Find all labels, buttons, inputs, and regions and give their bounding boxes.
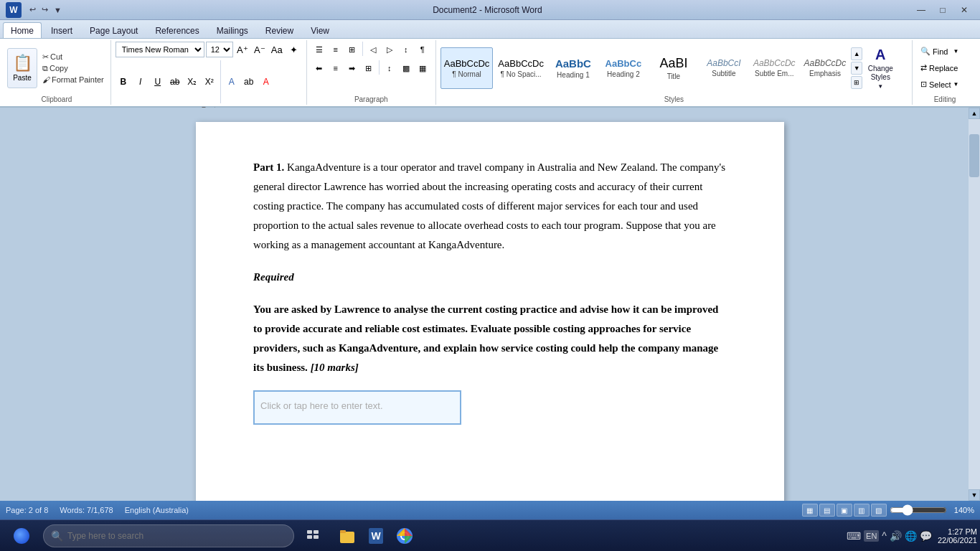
style-subtle-em[interactable]: AaBbCcDc Subtle Em... [750, 47, 799, 89]
style-emphasis[interactable]: AaBbCcDc Emphasis [801, 47, 850, 89]
full-reading-button[interactable]: ▤ [819, 504, 835, 517]
paste-button[interactable]: 📋 Paste [7, 48, 37, 88]
redo-button[interactable]: ↪ [39, 4, 50, 16]
clipboard-group: 📋 Paste ✂ Cut ⧉ Copy 🖌 Format Painter Cl… [3, 40, 111, 105]
copy-button[interactable]: ⧉ Copy [40, 63, 106, 74]
style-no-spacing[interactable]: AaBbCcDc ¶ No Spaci... [494, 47, 547, 89]
align-left-button[interactable]: ⬅ [311, 60, 327, 76]
taskbar-chrome[interactable] [392, 523, 418, 549]
scissors-icon: ✂ [42, 52, 49, 62]
style-heading1-label: Heading 1 [557, 71, 590, 79]
document-page[interactable]: Part 1. KangaAdventure is a tour operato… [196, 122, 784, 501]
styles-more-button[interactable]: ⊞ [851, 76, 862, 89]
clear-formatting-button[interactable]: ✦ [286, 42, 302, 57]
multilevel-list-button[interactable]: ⊞ [344, 42, 360, 57]
increase-font-size-button[interactable]: A⁺ [235, 42, 250, 57]
copy-icon: ⧉ [42, 64, 48, 73]
tab-home[interactable]: Home [3, 22, 42, 38]
strikethrough-button[interactable]: ab [167, 74, 183, 90]
superscript-button[interactable]: X² [202, 74, 217, 90]
tab-insert[interactable]: Insert [43, 22, 80, 38]
network-icon[interactable]: 🌐 [905, 530, 917, 542]
font-size-select[interactable]: 12 10 11 14 [206, 42, 233, 57]
draft-button[interactable]: ▧ [871, 504, 887, 517]
notification-icon[interactable]: 💬 [920, 530, 932, 542]
minimize-button[interactable]: — [911, 3, 931, 17]
styles-scroll-up-button[interactable]: ▲ [851, 47, 862, 60]
zoom-slider[interactable] [890, 504, 947, 516]
language-icon[interactable]: EN [864, 530, 879, 542]
font-name-select[interactable]: Times New Roman Calibri Arial [116, 42, 204, 57]
style-title[interactable]: AaBI Title [649, 47, 698, 89]
taskbar-file-explorer[interactable] [334, 523, 360, 549]
align-center-button[interactable]: ≡ [328, 60, 344, 76]
undo-button[interactable]: ↩ [27, 4, 38, 16]
format-painter-button[interactable]: 🖌 Format Painter [40, 75, 106, 85]
style-heading2[interactable]: AaBbCc Heading 2 [599, 47, 648, 89]
style-heading1[interactable]: AaBbC Heading 1 [549, 47, 598, 89]
chevron-up-icon[interactable]: ^ [882, 530, 887, 542]
scroll-track[interactable] [969, 119, 980, 489]
text-effects-button[interactable]: A [224, 74, 240, 90]
borders-button[interactable]: ▦ [415, 60, 430, 76]
tab-view[interactable]: View [303, 22, 337, 38]
subscript-button[interactable]: X₂ [184, 74, 200, 90]
underline-button[interactable]: U [150, 74, 166, 90]
text-highlight-button[interactable]: ab [241, 74, 257, 90]
change-case-button[interactable]: Aa [269, 42, 285, 57]
search-input[interactable] [67, 531, 286, 541]
show-formatting-button[interactable]: ¶ [415, 42, 430, 57]
find-button[interactable]: 🔍 Find ▼ [917, 44, 963, 58]
align-right-button[interactable]: ➡ [344, 60, 360, 76]
keyboard-icon[interactable]: ⌨ [847, 530, 861, 542]
numbering-button[interactable]: ≡ [328, 42, 344, 57]
decrease-indent-button[interactable]: ◁ [365, 42, 381, 57]
styles-label: Styles [440, 94, 908, 103]
justify-button[interactable]: ⊞ [361, 60, 377, 76]
tab-references[interactable]: References [147, 22, 207, 38]
replace-button[interactable]: ⇄ Replace [917, 61, 963, 75]
svg-text:W: W [371, 530, 381, 542]
taskview-button[interactable] [300, 523, 326, 549]
scroll-up-arrow[interactable]: ▲ [969, 108, 980, 119]
print-layout-button[interactable]: ▦ [802, 504, 818, 517]
style-heading1-preview: AaBbC [555, 57, 591, 70]
tab-mailings[interactable]: Mailings [209, 22, 256, 38]
bullets-button[interactable]: ☰ [311, 42, 327, 57]
maximize-button[interactable]: □ [933, 3, 953, 17]
style-normal[interactable]: AaBbCcDc ¶ Normal [440, 47, 494, 89]
language-info[interactable]: English (Australia) [125, 506, 189, 514]
tab-review[interactable]: Review [258, 22, 301, 38]
style-subtitle[interactable]: AaBbCcI Subtitle [699, 47, 748, 89]
system-tray: ⌨ EN ^ 🔊 🌐 💬 1:27 PM 22/06/2021 [847, 527, 977, 545]
customize-qa-button[interactable]: ▼ [52, 4, 64, 16]
tab-page-layout[interactable]: Page Layout [82, 22, 146, 38]
clock[interactable]: 1:27 PM 22/06/2021 [938, 527, 977, 545]
start-button[interactable] [3, 522, 40, 550]
change-styles-button[interactable]: A Change Styles ▼ [862, 47, 898, 89]
svg-rect-4 [340, 532, 354, 543]
taskbar-word[interactable]: W [363, 523, 389, 549]
search-bar[interactable]: 🔍 [43, 524, 294, 547]
decrease-font-size-button[interactable]: A⁻ [252, 42, 268, 57]
text-input-box[interactable]: Click or tap here to enter text. [253, 390, 461, 425]
styles-scroll-down-button[interactable]: ▼ [851, 62, 862, 75]
web-layout-button[interactable]: ▣ [837, 504, 852, 517]
paste-label: Paste [13, 74, 32, 82]
italic-button[interactable]: I [133, 74, 149, 90]
speaker-icon[interactable]: 🔊 [890, 530, 902, 542]
increase-indent-button[interactable]: ▷ [382, 42, 397, 57]
line-spacing-button[interactable]: ↕ [382, 60, 397, 76]
outline-button[interactable]: ▥ [854, 504, 870, 517]
sort-button[interactable]: ↕ [398, 42, 414, 57]
shading-button[interactable]: ▩ [398, 60, 414, 76]
font-separator [220, 60, 221, 103]
close-button[interactable]: ✕ [954, 3, 974, 17]
scroll-thumb[interactable] [969, 134, 979, 177]
status-right: ▦ ▤ ▣ ▥ ▧ 140% [802, 504, 974, 517]
scroll-down-arrow[interactable]: ▼ [969, 489, 980, 501]
font-color-button[interactable]: A [258, 74, 274, 90]
select-button[interactable]: ⊡ Select ▼ [917, 77, 963, 91]
bold-button[interactable]: B [116, 74, 131, 90]
cut-button[interactable]: ✂ Cut [40, 52, 106, 62]
